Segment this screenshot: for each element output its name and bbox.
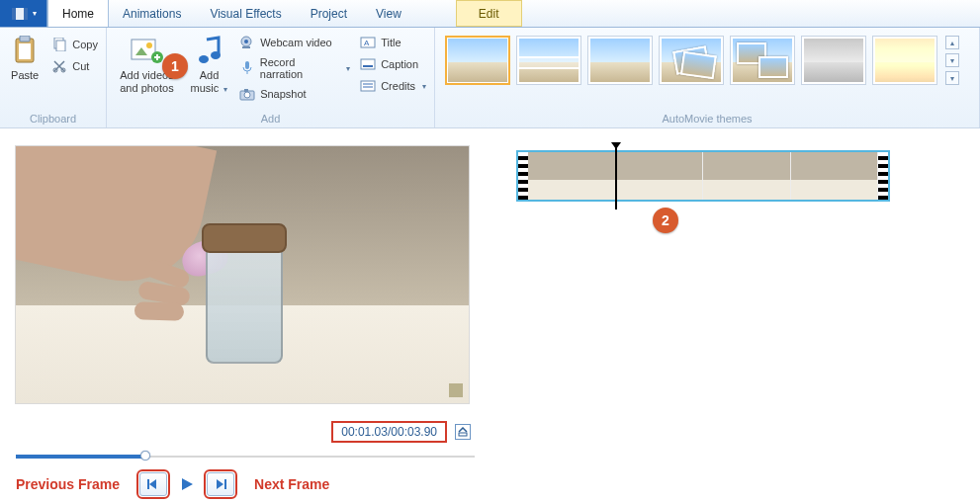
cut-button[interactable]: Cut xyxy=(49,57,100,75)
next-frame-button[interactable] xyxy=(207,472,234,496)
play-icon xyxy=(179,476,195,492)
svg-point-15 xyxy=(211,51,221,59)
chevron-down-icon: ▾ xyxy=(346,64,350,73)
tab-view[interactable]: View xyxy=(362,0,416,27)
svg-marker-32 xyxy=(149,479,156,489)
timeline-playhead[interactable] xyxy=(615,146,617,210)
clip-thumbnails xyxy=(528,152,878,200)
theme-default[interactable] xyxy=(445,36,510,85)
music-note-icon xyxy=(193,34,226,67)
fullscreen-button[interactable] xyxy=(455,424,471,440)
group-label: AutoMovie themes xyxy=(441,111,973,127)
webcam-video-button[interactable]: Webcam video xyxy=(237,34,352,51)
gallery-scroll: ▴ ▾ ▾ xyxy=(945,36,961,85)
tab-edit[interactable]: Edit xyxy=(456,0,522,27)
gallery-up-button[interactable]: ▴ xyxy=(945,36,959,49)
svg-rect-23 xyxy=(244,89,248,92)
button-label: Snapshot xyxy=(260,88,306,100)
gallery-more-button[interactable]: ▾ xyxy=(945,71,959,85)
svg-marker-35 xyxy=(217,479,223,489)
tab-label: Home xyxy=(62,7,94,21)
svg-rect-36 xyxy=(224,479,226,489)
tab-label: Visual Effects xyxy=(210,7,281,21)
chevron-down-icon: ▾ xyxy=(223,85,227,94)
prev-frame-label: Previous Frame xyxy=(16,476,120,492)
svg-rect-31 xyxy=(459,433,467,436)
svg-rect-33 xyxy=(147,479,149,489)
tab-visual-effects[interactable]: Visual Effects xyxy=(196,0,296,27)
caption-icon xyxy=(360,56,376,72)
record-narration-button[interactable]: Record narration ▾ xyxy=(237,55,352,81)
chevron-down-icon: ▾ xyxy=(422,82,426,91)
film-perforation-left xyxy=(518,152,528,200)
button-label: Webcam video xyxy=(260,37,332,48)
tab-animations[interactable]: Animations xyxy=(109,0,196,27)
tab-home[interactable]: Home xyxy=(47,0,109,27)
svg-rect-4 xyxy=(20,36,30,42)
svg-point-17 xyxy=(244,40,248,43)
theme-pan[interactable] xyxy=(659,36,724,85)
app-menu-button[interactable]: ▾ xyxy=(0,0,47,27)
tab-label: View xyxy=(376,7,401,21)
frame-flag-icon xyxy=(449,383,463,397)
title-icon: A xyxy=(360,35,376,50)
svg-rect-27 xyxy=(363,65,373,67)
group-automovie: ▴ ▾ ▾ AutoMovie themes xyxy=(435,28,980,127)
tab-label: Animations xyxy=(123,7,181,21)
svg-rect-18 xyxy=(242,46,250,48)
step-back-icon xyxy=(146,478,160,490)
button-label: Copy xyxy=(72,39,98,50)
button-label: Add music ▾ xyxy=(191,69,228,94)
timecode-display: 00:01.03/00:03.90 xyxy=(331,421,447,443)
button-label: Caption xyxy=(381,58,418,70)
tab-label: Project xyxy=(311,7,347,21)
expand-icon xyxy=(458,427,468,437)
timeline-pane: 2 xyxy=(485,128,980,503)
caption-button[interactable]: Caption xyxy=(358,55,428,73)
credits-button[interactable]: Credits ▾ xyxy=(358,77,428,95)
ribbon: Paste Copy Cut Clipboard Add videos and … xyxy=(0,28,980,128)
svg-text:A: A xyxy=(364,39,370,47)
seek-thumb[interactable] xyxy=(140,451,150,461)
gallery-down-button[interactable]: ▾ xyxy=(945,53,959,67)
chevron-down-icon: ▾ xyxy=(33,9,37,18)
workspace: 00:01.03/00:03.90 Previous Frame xyxy=(0,128,980,503)
snapshot-button[interactable]: Snapshot xyxy=(237,85,352,103)
film-icon xyxy=(11,7,29,21)
svg-rect-28 xyxy=(361,81,375,91)
play-button[interactable] xyxy=(173,472,201,496)
theme-contemporary[interactable] xyxy=(730,36,795,85)
group-clipboard: Paste Copy Cut Clipboard xyxy=(0,28,107,127)
group-label: Clipboard xyxy=(6,111,100,127)
add-music-button[interactable]: Add music ▾ xyxy=(187,32,231,94)
video-preview[interactable] xyxy=(16,146,469,403)
copy-button[interactable]: Copy xyxy=(49,36,100,53)
svg-point-14 xyxy=(199,55,209,63)
preview-frame-image xyxy=(16,146,469,403)
theme-fade[interactable] xyxy=(587,36,653,85)
microphone-icon xyxy=(239,60,255,76)
paste-button[interactable]: Paste xyxy=(6,32,44,82)
tab-project[interactable]: Project xyxy=(297,0,362,27)
theme-sepia[interactable] xyxy=(872,36,937,85)
button-label: Credits xyxy=(381,80,415,92)
copy-icon xyxy=(51,37,67,52)
preview-pane: 00:01.03/00:03.90 Previous Frame xyxy=(0,128,485,503)
clipboard-icon xyxy=(8,34,42,67)
svg-marker-34 xyxy=(182,478,193,490)
film-perforation-right xyxy=(878,152,888,200)
group-add: Add videos and photos Add music ▾ Webcam… xyxy=(107,28,435,127)
theme-blackwhite[interactable] xyxy=(801,36,866,85)
button-label: Record narration xyxy=(260,56,339,80)
scissors-icon xyxy=(51,58,67,74)
timeline-clip[interactable] xyxy=(516,150,890,202)
annotation-marker-1: 1 xyxy=(162,53,188,79)
svg-rect-26 xyxy=(361,59,375,69)
annotation-marker-2: 2 xyxy=(653,208,678,233)
theme-cinematic[interactable] xyxy=(516,36,581,85)
seek-slider[interactable] xyxy=(16,449,475,462)
title-button[interactable]: A Title xyxy=(358,34,428,51)
step-forward-icon xyxy=(214,478,227,490)
svg-rect-19 xyxy=(245,61,249,69)
previous-frame-button[interactable] xyxy=(139,472,167,496)
